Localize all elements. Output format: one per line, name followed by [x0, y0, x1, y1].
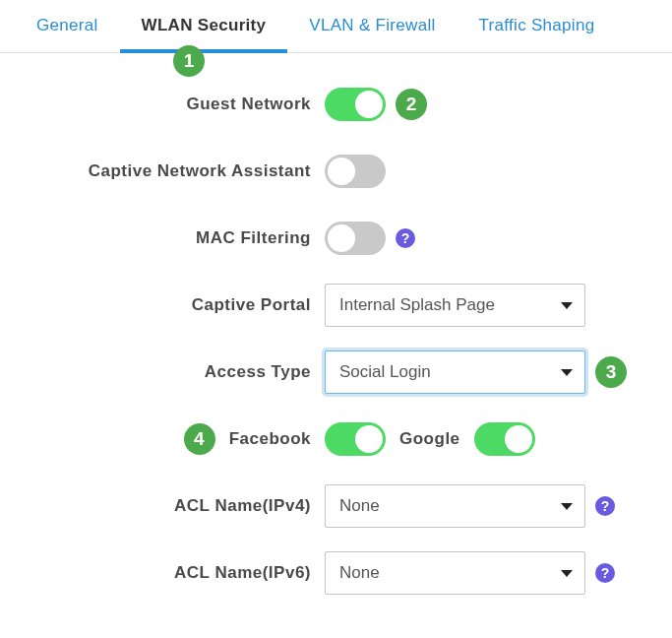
chevron-down-icon — [561, 570, 573, 577]
callout-marker-3: 3 — [595, 356, 627, 388]
help-icon[interactable]: ? — [396, 228, 415, 248]
toggle-captive-assistant[interactable] — [325, 155, 386, 188]
row-acl-ipv4: ACL Name(IPv4) None ? — [20, 484, 652, 528]
select-captive-portal-value: Internal Splash Page — [339, 295, 495, 315]
label-captive-portal: Captive Portal — [20, 295, 325, 315]
select-access-type-value: Social Login — [339, 362, 431, 382]
select-captive-portal[interactable]: Internal Splash Page — [325, 284, 585, 327]
select-access-type[interactable]: Social Login — [325, 351, 585, 394]
form-area: Guest Network 2 Captive Network Assistan… — [0, 53, 672, 638]
select-acl-ipv6-value: None — [339, 563, 380, 583]
row-captive-assistant: Captive Network Assistant — [20, 150, 652, 193]
select-acl-ipv6[interactable]: None — [325, 551, 585, 595]
row-guest-network: Guest Network 2 — [20, 83, 652, 126]
row-social-providers: 4 Facebook Google — [20, 417, 652, 461]
callout-marker-4: 4 — [184, 423, 215, 455]
row-mac-filtering: MAC Filtering ? — [20, 217, 652, 260]
select-acl-ipv4[interactable]: None — [325, 484, 585, 528]
label-captive-assistant: Captive Network Assistant — [20, 161, 325, 181]
label-acl-ipv6: ACL Name(IPv6) — [20, 563, 325, 583]
chevron-down-icon — [561, 503, 573, 510]
tab-wlan-security[interactable]: WLAN Security — [120, 0, 288, 53]
row-acl-ipv6: ACL Name(IPv6) None ? — [20, 551, 652, 595]
label-access-type: Access Type — [20, 362, 325, 382]
tab-bar: General WLAN Security VLAN & Firewall Tr… — [0, 0, 672, 53]
toggle-facebook[interactable] — [325, 422, 386, 456]
label-google: Google — [399, 429, 460, 449]
toggle-guest-network[interactable] — [325, 88, 386, 121]
label-acl-ipv4: ACL Name(IPv4) — [20, 496, 325, 516]
select-acl-ipv4-value: None — [339, 496, 380, 516]
tab-general[interactable]: General — [15, 0, 120, 52]
help-icon[interactable]: ? — [595, 496, 615, 516]
chevron-down-icon — [561, 302, 573, 309]
callout-marker-1: 1 — [173, 45, 205, 77]
label-guest-network: Guest Network — [20, 95, 325, 114]
tab-vlan-firewall[interactable]: VLAN & Firewall — [287, 0, 457, 52]
label-facebook: Facebook — [229, 429, 311, 449]
label-mac-filtering: MAC Filtering — [20, 228, 325, 248]
tab-traffic-shaping[interactable]: Traffic Shaping — [458, 0, 617, 52]
chevron-down-icon — [561, 369, 573, 376]
toggle-mac-filtering[interactable] — [325, 222, 386, 255]
row-captive-portal: Captive Portal Internal Splash Page — [20, 284, 652, 327]
callout-marker-2: 2 — [396, 89, 427, 120]
help-icon[interactable]: ? — [595, 563, 615, 583]
row-access-type: Access Type Social Login 3 — [20, 351, 652, 394]
toggle-google[interactable] — [474, 422, 535, 456]
